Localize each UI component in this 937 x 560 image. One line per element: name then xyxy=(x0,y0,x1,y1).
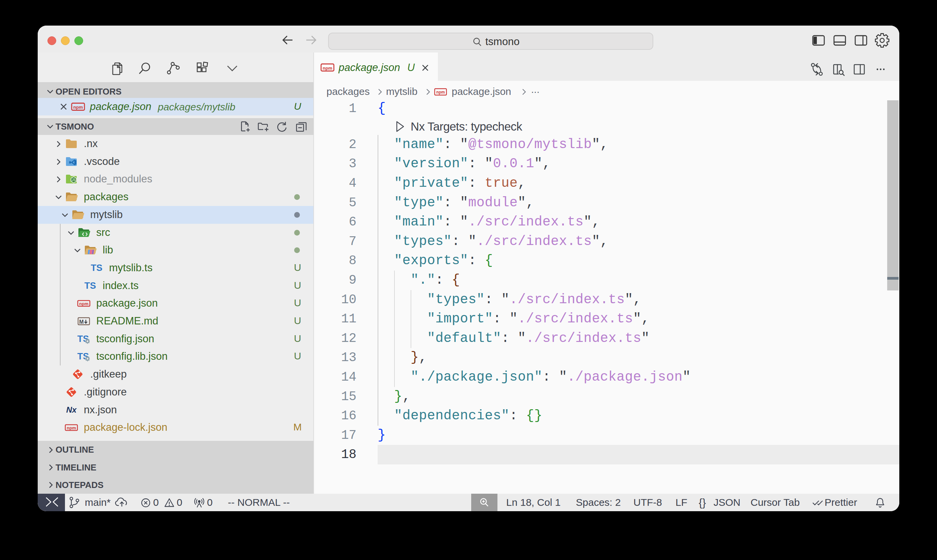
svg-text:npm: npm xyxy=(73,105,83,110)
svg-text:npm: npm xyxy=(67,425,76,431)
svg-text:TS: TS xyxy=(91,263,103,273)
svg-text:npm: npm xyxy=(323,66,332,71)
svg-text:TS: TS xyxy=(85,281,96,291)
svg-text:M: M xyxy=(79,319,83,325)
svg-text:JS: JS xyxy=(72,178,76,182)
svg-text:npm: npm xyxy=(79,301,88,306)
svg-text:npm: npm xyxy=(436,90,445,95)
svg-text:Nx: Nx xyxy=(66,405,77,414)
